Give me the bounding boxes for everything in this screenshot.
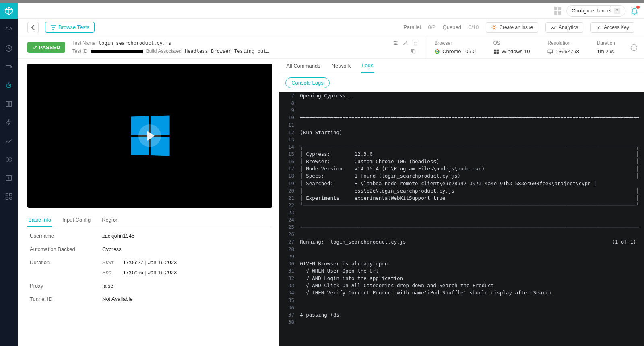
console-line: 38 — [279, 319, 644, 326]
access-key-label: Access Key — [604, 25, 629, 30]
svg-rect-23 — [494, 49, 496, 51]
username-label: Username — [30, 233, 102, 239]
key-icon — [596, 25, 601, 30]
test-name-value: login_searchproduct.cy.js — [99, 40, 171, 46]
analytics-button[interactable]: Analytics — [545, 22, 583, 33]
browser-value: Chrome 106.0 — [442, 48, 475, 54]
create-issue-label: Create an issue — [499, 25, 533, 30]
svg-rect-6 — [9, 101, 12, 106]
console-line: 13 — [279, 136, 644, 143]
configure-tunnel-button[interactable]: Configure Tunnel ? — [566, 5, 625, 17]
sidebar-tunnel[interactable] — [4, 155, 14, 164]
access-key-button[interactable]: Access Key — [590, 22, 634, 33]
sidebar-builds[interactable] — [4, 99, 14, 109]
windows-icon — [493, 49, 499, 54]
sidebar-dashboard[interactable] — [4, 25, 14, 35]
settings-icon[interactable] — [393, 40, 398, 46]
duration-value: 1m 29s — [597, 48, 614, 54]
console-line: 19│ Searched: E:\lambda-node-remote-clie… — [279, 180, 644, 187]
svg-point-16 — [397, 41, 398, 42]
tunnel-label: Tunnel ID — [30, 296, 102, 302]
browser-label: Browser — [434, 40, 475, 46]
svg-rect-12 — [6, 197, 8, 200]
console-line: 12(Run Starting) — [279, 129, 644, 136]
browse-tests-button[interactable]: Browse Tests — [45, 22, 95, 33]
tab-all-commands[interactable]: All Commands — [285, 60, 321, 72]
console-line: 14┌─────────────────────────────────────… — [279, 143, 644, 151]
notifications-icon[interactable] — [630, 7, 638, 15]
sidebar-realtime[interactable] — [4, 44, 14, 53]
copy-icon[interactable] — [412, 40, 418, 46]
backed-label: Automation Backed — [30, 246, 102, 252]
console-line: 33 √ AND Click On All Categories drop do… — [279, 282, 644, 289]
play-icon — [138, 124, 161, 147]
duration-label: Duration — [597, 40, 615, 46]
notification-dot — [636, 6, 640, 9]
console-line: 17│ Node Version: v14.15.4 (C:\Program F… — [279, 165, 644, 172]
sidebar — [0, 19, 18, 346]
filter-icon — [50, 25, 56, 30]
monitor-icon — [547, 49, 553, 54]
console-line: 32 √ AND Login into the application — [279, 275, 644, 282]
create-issue-button[interactable]: Create an issue — [486, 22, 538, 33]
apps-grid-icon[interactable] — [554, 7, 561, 15]
status-label: PASSED — [39, 44, 60, 50]
test-id-label: Test ID — [72, 48, 87, 54]
tab-input-config[interactable]: Input Config — [62, 213, 91, 227]
svg-point-13 — [10, 197, 12, 200]
end-label: End — [102, 269, 122, 276]
tab-network[interactable]: Network — [331, 60, 352, 72]
console-line: 36 — [279, 304, 644, 311]
console-line: 23 — [279, 209, 644, 216]
svg-rect-19 — [413, 50, 415, 53]
console-line: 9 — [279, 107, 644, 114]
queued-value: 0/10 — [469, 24, 479, 30]
console-line: 21│ Experiments: experimentalWebKitSuppo… — [279, 195, 644, 202]
svg-rect-10 — [6, 194, 8, 196]
console-line: 16│ Browser: Custom Chrome 106 (headless… — [279, 158, 644, 165]
resolution-value: 1366×768 — [555, 48, 579, 54]
start-time: 17:06:27 — [123, 259, 144, 265]
console-line: 374 passing (8s) — [279, 311, 644, 319]
analytics-label: Analytics — [559, 25, 578, 30]
analytics-icon — [551, 25, 556, 30]
console-line: 15│ Cypress: 12.3.0 │ — [279, 151, 644, 158]
console-line: 34 √ THEN Verify Correct Product with na… — [279, 289, 644, 296]
build-label: Build Associated — [146, 48, 182, 54]
tab-basic-info[interactable]: Basic Info — [27, 213, 52, 227]
console-line: 25──────────────────────────────────────… — [279, 224, 644, 231]
tunnel-value: Not Available — [102, 296, 133, 302]
sidebar-automation[interactable] — [4, 81, 14, 90]
queued-label: Queued — [443, 24, 461, 30]
console-output[interactable]: 7Opening Cypress...8910=================… — [279, 92, 644, 346]
tab-region[interactable]: Region — [101, 213, 119, 227]
console-line: 18│ Specs: 1 found (login_searchproduct.… — [279, 172, 644, 180]
console-line: 8 — [279, 99, 644, 107]
console-logs-button[interactable]: Console Logs — [285, 77, 330, 88]
svg-rect-25 — [494, 52, 496, 54]
video-preview[interactable] — [27, 64, 272, 208]
svg-rect-26 — [496, 52, 498, 54]
console-line: 7Opening Cypress... — [279, 92, 644, 99]
tab-logs[interactable]: Logs — [361, 59, 374, 73]
svg-point-15 — [597, 27, 599, 29]
sidebar-bolt[interactable] — [4, 118, 14, 127]
sidebar-add[interactable] — [4, 173, 14, 183]
sidebar-integrations[interactable] — [4, 192, 14, 201]
status-badge: PASSED — [27, 42, 65, 53]
os-value: Windows 10 — [502, 48, 530, 54]
resolution-label: Resolution — [547, 40, 579, 46]
bug-icon — [491, 25, 497, 30]
back-button[interactable] — [27, 22, 39, 33]
svg-rect-2 — [7, 84, 11, 87]
copy-id-icon[interactable] — [411, 48, 416, 54]
svg-rect-24 — [496, 49, 498, 51]
console-line: 28 — [279, 246, 644, 253]
sidebar-battery[interactable] — [4, 62, 14, 72]
sidebar-analytics[interactable] — [4, 136, 14, 146]
edit-icon[interactable] — [402, 40, 408, 46]
parallel-label: Parallel — [403, 24, 421, 30]
info-icon[interactable] — [624, 44, 644, 51]
username-value: zackjohn1945 — [102, 233, 134, 239]
brand-logo[interactable] — [0, 3, 18, 19]
